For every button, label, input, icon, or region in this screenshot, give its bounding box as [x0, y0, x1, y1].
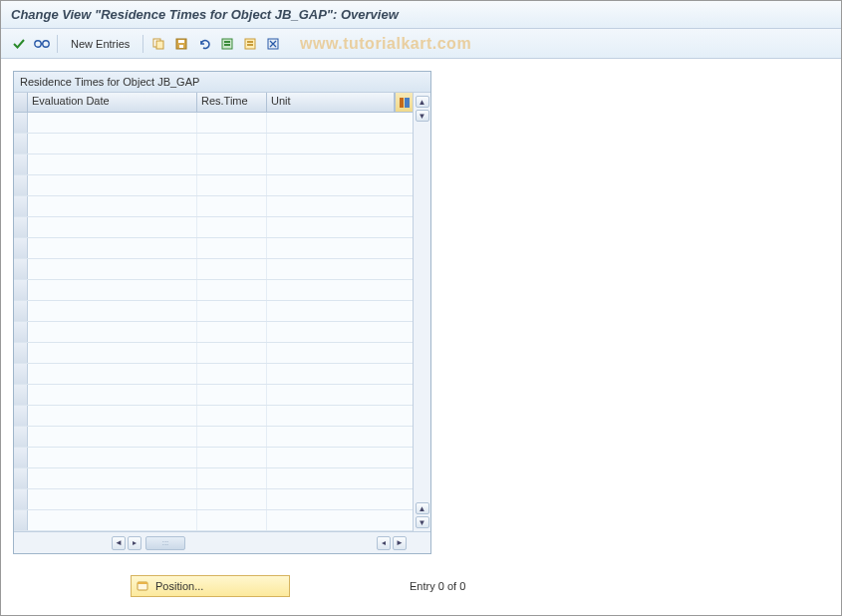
save-icon[interactable]: [171, 34, 191, 54]
cell-evaluation-date[interactable]: [28, 217, 197, 237]
cell-evaluation-date[interactable]: [28, 301, 197, 321]
cell-evaluation-date[interactable]: [28, 113, 197, 133]
vertical-scrollbar[interactable]: ▲ ▼ ▲ ▼: [413, 93, 430, 531]
cell-unit[interactable]: [267, 280, 413, 300]
cell-evaluation-date[interactable]: [28, 259, 197, 279]
scroll-thumb[interactable]: :::: [145, 536, 185, 550]
cell-res-time[interactable]: [197, 238, 267, 258]
cell-evaluation-date[interactable]: [28, 134, 197, 154]
cell-unit[interactable]: [267, 427, 413, 447]
row-selector[interactable]: [14, 322, 28, 342]
row-selector[interactable]: [14, 364, 28, 384]
table-row[interactable]: [14, 322, 413, 343]
row-selector[interactable]: [14, 448, 28, 467]
cell-res-time[interactable]: [197, 175, 267, 195]
cell-evaluation-date[interactable]: [28, 448, 197, 467]
cell-unit[interactable]: [267, 259, 413, 279]
cell-res-time[interactable]: [197, 406, 267, 426]
cell-unit[interactable]: [267, 510, 413, 530]
row-selector[interactable]: [14, 154, 28, 174]
cell-unit[interactable]: [267, 343, 413, 363]
cell-unit[interactable]: [267, 301, 413, 321]
col-evaluation-date[interactable]: Evaluation Date: [28, 93, 197, 112]
column-settings-icon[interactable]: [395, 93, 413, 112]
row-selector[interactable]: [14, 406, 28, 426]
cell-res-time[interactable]: [197, 196, 267, 216]
table-row[interactable]: [14, 489, 413, 510]
cell-res-time[interactable]: [197, 259, 267, 279]
scroll-up-end-icon[interactable]: ▲: [416, 502, 429, 514]
row-selector[interactable]: [14, 217, 28, 237]
cell-unit[interactable]: [267, 196, 413, 216]
cell-evaluation-date[interactable]: [28, 175, 197, 195]
cell-evaluation-date[interactable]: [28, 468, 197, 488]
scroll-left-start-icon[interactable]: ◄: [112, 536, 126, 550]
scroll-up-icon[interactable]: ▲: [416, 96, 429, 108]
cell-evaluation-date[interactable]: [28, 510, 197, 530]
cell-res-time[interactable]: [197, 301, 267, 321]
row-select-header[interactable]: [14, 93, 28, 112]
cell-evaluation-date[interactable]: [28, 343, 197, 363]
cell-res-time[interactable]: [197, 280, 267, 300]
col-unit[interactable]: Unit: [267, 93, 395, 112]
col-res-time[interactable]: Res.Time: [197, 93, 267, 112]
cell-unit[interactable]: [267, 154, 413, 174]
row-selector[interactable]: [14, 196, 28, 216]
row-selector[interactable]: [14, 259, 28, 279]
scroll-right-icon[interactable]: ◂: [377, 536, 391, 550]
display-icon[interactable]: [32, 34, 52, 54]
cell-unit[interactable]: [267, 134, 413, 154]
cell-evaluation-date[interactable]: [28, 489, 197, 509]
table-row[interactable]: [14, 364, 413, 385]
cell-unit[interactable]: [267, 489, 413, 509]
table-row[interactable]: [14, 510, 413, 531]
table-row[interactable]: [14, 343, 413, 364]
row-selector[interactable]: [14, 343, 28, 363]
row-selector[interactable]: [14, 134, 28, 154]
table-row[interactable]: [14, 196, 413, 217]
undo-icon[interactable]: [194, 34, 214, 54]
table-row[interactable]: [14, 427, 413, 448]
cell-res-time[interactable]: [197, 217, 267, 237]
cell-unit[interactable]: [267, 217, 413, 237]
table-row[interactable]: [14, 301, 413, 322]
row-selector[interactable]: [14, 510, 28, 530]
cell-res-time[interactable]: [197, 448, 267, 467]
row-selector[interactable]: [14, 427, 28, 447]
cell-res-time[interactable]: [197, 489, 267, 509]
table-row[interactable]: [14, 238, 413, 259]
new-entries-button[interactable]: New Entries: [63, 36, 138, 52]
row-selector[interactable]: [14, 301, 28, 321]
scroll-left-icon[interactable]: ▸: [128, 536, 141, 550]
table-row[interactable]: [14, 113, 413, 134]
cell-unit[interactable]: [267, 448, 413, 467]
row-selector[interactable]: [14, 385, 28, 405]
select-all-icon[interactable]: [217, 34, 237, 54]
table-row[interactable]: [14, 259, 413, 280]
cell-evaluation-date[interactable]: [28, 196, 197, 216]
cell-res-time[interactable]: [197, 113, 267, 133]
position-button[interactable]: Position...: [131, 575, 290, 597]
table-row[interactable]: [14, 468, 413, 489]
cell-unit[interactable]: [267, 406, 413, 426]
deselect-all-icon[interactable]: [240, 34, 260, 54]
cell-res-time[interactable]: [197, 427, 267, 447]
row-selector[interactable]: [14, 489, 28, 509]
cell-evaluation-date[interactable]: [28, 427, 197, 447]
row-selector[interactable]: [14, 280, 28, 300]
cell-res-time[interactable]: [197, 343, 267, 363]
scroll-down-icon[interactable]: ▼: [416, 110, 429, 122]
cell-unit[interactable]: [267, 468, 413, 488]
row-selector[interactable]: [14, 238, 28, 258]
cell-res-time[interactable]: [197, 134, 267, 154]
cell-unit[interactable]: [267, 238, 413, 258]
cell-evaluation-date[interactable]: [28, 322, 197, 342]
row-selector[interactable]: [14, 468, 28, 488]
cell-res-time[interactable]: [197, 322, 267, 342]
table-row[interactable]: [14, 154, 413, 175]
scroll-down-end-icon[interactable]: ▼: [416, 516, 429, 528]
table-row[interactable]: [14, 448, 413, 468]
cell-evaluation-date[interactable]: [28, 406, 197, 426]
table-row[interactable]: [14, 280, 413, 301]
cell-res-time[interactable]: [197, 364, 267, 384]
